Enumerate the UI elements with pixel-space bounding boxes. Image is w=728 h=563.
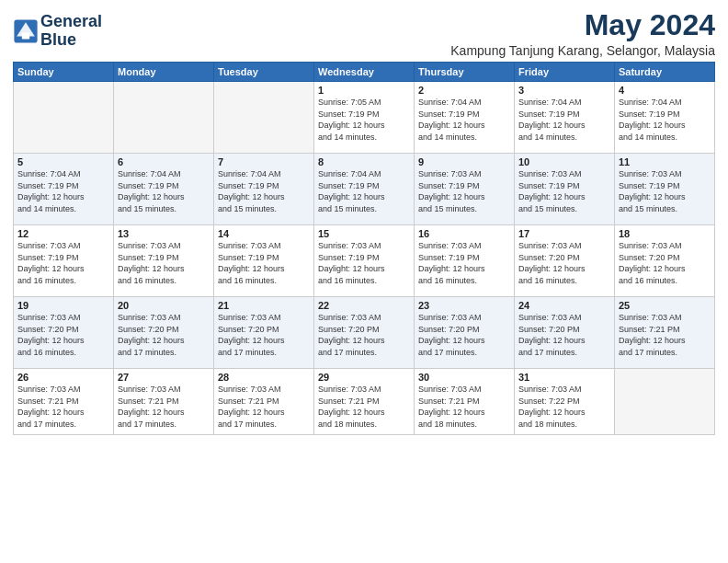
day-number: 6 — [118, 156, 210, 167]
calendar-cell: 30Sunrise: 7:03 AM Sunset: 7:21 PM Dayli… — [415, 369, 515, 435]
day-info: Sunrise: 7:03 AM Sunset: 7:21 PM Dayligh… — [118, 384, 210, 430]
day-info: Sunrise: 7:03 AM Sunset: 7:19 PM Dayligh… — [418, 240, 510, 286]
day-info: Sunrise: 7:04 AM Sunset: 7:19 PM Dayligh… — [619, 97, 711, 143]
calendar-cell: 31Sunrise: 7:03 AM Sunset: 7:22 PM Dayli… — [515, 369, 615, 435]
calendar-cell: 22Sunrise: 7:03 AM Sunset: 7:20 PM Dayli… — [314, 297, 415, 369]
day-number: 12 — [17, 228, 109, 239]
calendar-cell: 15Sunrise: 7:03 AM Sunset: 7:19 PM Dayli… — [314, 225, 415, 297]
calendar-row-3: 19Sunrise: 7:03 AM Sunset: 7:20 PM Dayli… — [14, 297, 715, 369]
day-number: 25 — [619, 300, 711, 311]
header: General Blue May 2024 Kampung Tanjung Ka… — [13, 9, 715, 58]
calendar-cell: 28Sunrise: 7:03 AM Sunset: 7:21 PM Dayli… — [214, 369, 314, 435]
calendar-cell: 25Sunrise: 7:03 AM Sunset: 7:21 PM Dayli… — [615, 297, 715, 369]
day-info: Sunrise: 7:03 AM Sunset: 7:19 PM Dayligh… — [518, 168, 610, 214]
day-number: 18 — [619, 228, 711, 239]
calendar-cell: 26Sunrise: 7:03 AM Sunset: 7:21 PM Dayli… — [14, 369, 114, 435]
day-info: Sunrise: 7:03 AM Sunset: 7:20 PM Dayligh… — [619, 240, 711, 286]
day-info: Sunrise: 7:03 AM Sunset: 7:19 PM Dayligh… — [318, 240, 410, 286]
calendar-cell: 13Sunrise: 7:03 AM Sunset: 7:19 PM Dayli… — [114, 225, 214, 297]
calendar-cell: 21Sunrise: 7:03 AM Sunset: 7:20 PM Dayli… — [214, 297, 314, 369]
day-number: 4 — [619, 85, 711, 96]
day-number: 13 — [118, 228, 210, 239]
day-number: 24 — [518, 300, 610, 311]
day-number: 10 — [518, 156, 610, 167]
calendar-cell: 10Sunrise: 7:03 AM Sunset: 7:19 PM Dayli… — [515, 154, 615, 225]
header-sunday: Sunday — [14, 63, 114, 82]
calendar-cell: 1Sunrise: 7:05 AM Sunset: 7:19 PM Daylig… — [314, 82, 415, 154]
day-info: Sunrise: 7:03 AM Sunset: 7:19 PM Dayligh… — [17, 240, 109, 286]
calendar-cell: 6Sunrise: 7:04 AM Sunset: 7:19 PM Daylig… — [114, 154, 214, 225]
calendar-cell: 9Sunrise: 7:03 AM Sunset: 7:19 PM Daylig… — [415, 154, 515, 225]
calendar-cell: 16Sunrise: 7:03 AM Sunset: 7:19 PM Dayli… — [415, 225, 515, 297]
day-number: 20 — [118, 300, 210, 311]
calendar-table: Sunday Monday Tuesday Wednesday Thursday… — [13, 62, 715, 435]
svg-rect-2 — [22, 32, 29, 39]
calendar-cell: 14Sunrise: 7:03 AM Sunset: 7:19 PM Dayli… — [214, 225, 314, 297]
header-saturday: Saturday — [615, 63, 715, 82]
day-number: 14 — [218, 228, 310, 239]
day-number: 17 — [518, 228, 610, 239]
calendar-row-4: 26Sunrise: 7:03 AM Sunset: 7:21 PM Dayli… — [14, 369, 715, 435]
day-number: 5 — [17, 156, 109, 167]
calendar-cell: 23Sunrise: 7:03 AM Sunset: 7:20 PM Dayli… — [415, 297, 515, 369]
day-info: Sunrise: 7:03 AM Sunset: 7:20 PM Dayligh… — [518, 312, 610, 358]
calendar-cell: 27Sunrise: 7:03 AM Sunset: 7:21 PM Dayli… — [114, 369, 214, 435]
calendar-cell: 17Sunrise: 7:03 AM Sunset: 7:20 PM Dayli… — [515, 225, 615, 297]
day-info: Sunrise: 7:03 AM Sunset: 7:19 PM Dayligh… — [218, 240, 310, 286]
day-info: Sunrise: 7:03 AM Sunset: 7:19 PM Dayligh… — [118, 240, 210, 286]
calendar-cell — [214, 82, 314, 154]
day-number: 7 — [218, 156, 310, 167]
calendar-cell: 29Sunrise: 7:03 AM Sunset: 7:21 PM Dayli… — [314, 369, 415, 435]
calendar-cell: 2Sunrise: 7:04 AM Sunset: 7:19 PM Daylig… — [415, 82, 515, 154]
day-info: Sunrise: 7:04 AM Sunset: 7:19 PM Dayligh… — [17, 168, 109, 214]
day-info: Sunrise: 7:03 AM Sunset: 7:21 PM Dayligh… — [218, 384, 310, 430]
calendar-cell: 8Sunrise: 7:04 AM Sunset: 7:19 PM Daylig… — [314, 154, 415, 225]
day-number: 31 — [518, 372, 610, 383]
day-info: Sunrise: 7:05 AM Sunset: 7:19 PM Dayligh… — [318, 97, 410, 143]
day-info: Sunrise: 7:04 AM Sunset: 7:19 PM Dayligh… — [218, 168, 310, 214]
day-number: 8 — [318, 156, 410, 167]
calendar-row-1: 5Sunrise: 7:04 AM Sunset: 7:19 PM Daylig… — [14, 154, 715, 225]
day-number: 22 — [318, 300, 410, 311]
day-info: Sunrise: 7:03 AM Sunset: 7:21 PM Dayligh… — [17, 384, 109, 430]
day-number: 26 — [17, 372, 109, 383]
calendar-cell: 7Sunrise: 7:04 AM Sunset: 7:19 PM Daylig… — [214, 154, 314, 225]
day-info: Sunrise: 7:03 AM Sunset: 7:20 PM Dayligh… — [17, 312, 109, 358]
logo-line1: General — [40, 13, 102, 31]
day-info: Sunrise: 7:03 AM Sunset: 7:20 PM Dayligh… — [318, 312, 410, 358]
calendar-cell: 11Sunrise: 7:03 AM Sunset: 7:19 PM Dayli… — [615, 154, 715, 225]
calendar-row-2: 12Sunrise: 7:03 AM Sunset: 7:19 PM Dayli… — [14, 225, 715, 297]
day-number: 16 — [418, 228, 510, 239]
day-info: Sunrise: 7:03 AM Sunset: 7:22 PM Dayligh… — [518, 384, 610, 430]
header-monday: Monday — [114, 63, 214, 82]
day-info: Sunrise: 7:04 AM Sunset: 7:19 PM Dayligh… — [518, 97, 610, 143]
day-info: Sunrise: 7:03 AM Sunset: 7:21 PM Dayligh… — [318, 384, 410, 430]
logo-icon — [13, 18, 39, 44]
weekday-header-row: Sunday Monday Tuesday Wednesday Thursday… — [14, 63, 715, 82]
day-info: Sunrise: 7:03 AM Sunset: 7:21 PM Dayligh… — [418, 384, 510, 430]
calendar-cell: 19Sunrise: 7:03 AM Sunset: 7:20 PM Dayli… — [14, 297, 114, 369]
day-number: 28 — [218, 372, 310, 383]
location-title: Kampung Tanjung Karang, Selangor, Malays… — [450, 43, 715, 58]
page: General Blue May 2024 Kampung Tanjung Ka… — [0, 0, 728, 563]
day-number: 2 — [418, 85, 510, 96]
calendar-cell — [14, 82, 114, 154]
day-number: 21 — [218, 300, 310, 311]
day-number: 9 — [418, 156, 510, 167]
month-title: May 2024 — [450, 9, 715, 41]
title-area: May 2024 Kampung Tanjung Karang, Selango… — [450, 9, 715, 58]
day-info: Sunrise: 7:04 AM Sunset: 7:19 PM Dayligh… — [418, 97, 510, 143]
day-info: Sunrise: 7:03 AM Sunset: 7:19 PM Dayligh… — [418, 168, 510, 214]
calendar-cell: 4Sunrise: 7:04 AM Sunset: 7:19 PM Daylig… — [615, 82, 715, 154]
day-number: 30 — [418, 372, 510, 383]
calendar-row-0: 1Sunrise: 7:05 AM Sunset: 7:19 PM Daylig… — [14, 82, 715, 154]
day-info: Sunrise: 7:04 AM Sunset: 7:19 PM Dayligh… — [318, 168, 410, 214]
header-friday: Friday — [515, 63, 615, 82]
day-number: 19 — [17, 300, 109, 311]
calendar-cell: 24Sunrise: 7:03 AM Sunset: 7:20 PM Dayli… — [515, 297, 615, 369]
day-number: 1 — [318, 85, 410, 96]
header-wednesday: Wednesday — [314, 63, 415, 82]
logo-text: General Blue — [40, 13, 102, 50]
day-number: 15 — [318, 228, 410, 239]
day-info: Sunrise: 7:03 AM Sunset: 7:20 PM Dayligh… — [218, 312, 310, 358]
